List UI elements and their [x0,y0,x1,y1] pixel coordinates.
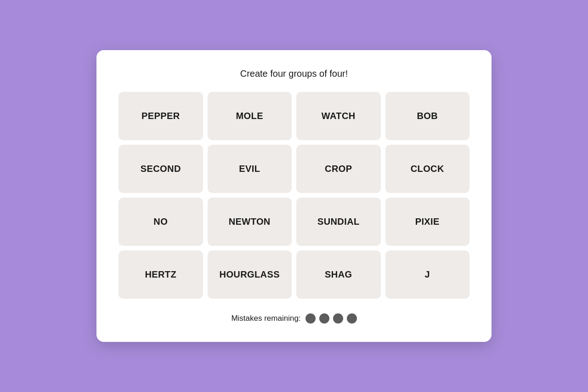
mistakes-dots [305,313,357,324]
tile-label: SUNDIAL [317,216,360,227]
tile-label: HERTZ [145,269,176,280]
tile-label: NO [153,216,168,227]
tile-label: WATCH [322,111,356,121]
tile-crop[interactable]: CROP [296,145,381,193]
tile-bob[interactable]: BOB [385,92,470,140]
mistake-dot-1 [305,313,316,324]
tile-label: PIXIE [415,216,440,227]
tile-label: EVIL [239,164,260,174]
tile-label: BOB [417,111,438,121]
tile-hourglass[interactable]: HOURGLASS [208,250,292,299]
game-container: Create four groups of four! PEPPERMOLEWA… [96,50,492,342]
tile-hertz[interactable]: HERTZ [119,250,203,299]
tile-pixie[interactable]: PIXIE [385,198,470,246]
tile-mole[interactable]: MOLE [208,92,292,140]
tile-label: CROP [325,164,352,174]
tile-second[interactable]: SECOND [119,145,203,193]
tile-newton[interactable]: NEWTON [208,198,292,246]
game-title: Create four groups of four! [119,68,469,79]
tile-j[interactable]: J [385,250,470,299]
tile-shag[interactable]: SHAG [296,250,381,299]
tile-clock[interactable]: CLOCK [385,145,470,193]
mistakes-row: Mistakes remaining: [119,313,469,324]
tile-label: MOLE [236,111,263,121]
mistake-dot-4 [347,313,357,324]
tile-sundial[interactable]: SUNDIAL [296,198,381,246]
tile-evil[interactable]: EVIL [208,145,292,193]
mistake-dot-2 [319,313,329,324]
tile-grid: PEPPERMOLEWATCHBOBSECONDEVILCROPCLOCKNON… [119,92,469,299]
tile-label: J [424,269,430,280]
tile-pepper[interactable]: PEPPER [119,92,203,140]
tile-watch[interactable]: WATCH [296,92,381,140]
tile-label: HOURGLASS [220,269,280,280]
tile-no[interactable]: NO [119,198,203,246]
tile-label: PEPPER [141,111,180,121]
tile-label: NEWTON [229,216,271,227]
tile-label: SHAG [325,269,352,280]
mistake-dot-3 [333,313,343,324]
tile-label: CLOCK [411,164,444,174]
mistakes-label: Mistakes remaining: [231,314,300,323]
tile-label: SECOND [141,164,181,174]
